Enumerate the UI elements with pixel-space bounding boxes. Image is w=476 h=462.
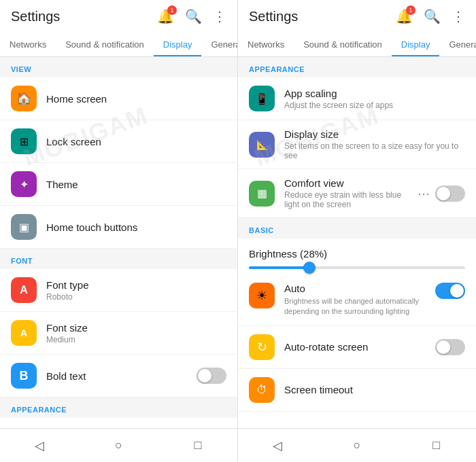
right-bottom-nav: ◁ ○ □: [238, 428, 476, 462]
search-icon[interactable]: 🔍: [185, 8, 202, 24]
screen-timeout-title: Screen timeout: [284, 384, 465, 395]
left-panel: MOBIGAM Settings 🔔 1 🔍 ⋮ Networks Sound …: [0, 0, 238, 462]
list-item-app-scaling[interactable]: 📱 App scaling Adjust the screen size of …: [238, 77, 476, 120]
brightness-slider-fill: [249, 266, 309, 269]
auto-rotate-title: Auto-rotate screen: [284, 341, 435, 353]
brightness-label: Brightness (28%): [249, 248, 465, 260]
list-item-bold-text[interactable]: B Bold text: [0, 355, 237, 397]
left-content: VIEW 🏠 Home screen ⊞ Lock screen ✦ Theme…: [0, 57, 237, 428]
list-item-screen-timeout[interactable]: ⏱ Screen timeout: [238, 369, 476, 412]
right-bell-badge: 1: [406, 5, 415, 15]
bell-badge: 1: [167, 5, 177, 15]
display-size-subtitle: Set items on the screen to a size easy f…: [284, 141, 465, 160]
comfort-view-toggle[interactable]: [435, 185, 465, 202]
app-scaling-subtitle: Adjust the screen size of apps: [284, 101, 465, 110]
theme-icon: ✦: [11, 171, 37, 197]
left-header: Settings 🔔 1 🔍 ⋮: [0, 0, 237, 33]
right-nav-tabs: Networks Sound & notification Display Ge…: [238, 33, 476, 57]
list-item-auto-rotate[interactable]: ↻ Auto-rotate screen: [238, 326, 476, 369]
section-basic: BASIC: [238, 218, 476, 238]
tab-networks[interactable]: Networks: [0, 33, 56, 56]
section-appearance-right: APPEARANCE: [238, 57, 476, 77]
list-item-font-size[interactable]: A Font size Medium: [0, 312, 237, 355]
right-recent-button[interactable]: □: [423, 432, 450, 459]
right-tab-general[interactable]: General: [439, 33, 476, 56]
font-size-icon: A: [11, 320, 37, 346]
font-size-title: Font size: [46, 322, 226, 334]
right-header: Settings 🔔 1 🔍 ⋮: [238, 0, 476, 33]
lock-screen-icon: ⊞: [11, 128, 37, 154]
list-item-display-size[interactable]: 📐 Display size Set items on the screen t…: [238, 120, 476, 169]
list-item-lock-screen[interactable]: ⊞ Lock screen: [0, 120, 237, 163]
lock-screen-title: Lock screen: [46, 136, 226, 147]
right-panel: MOBIGAM Settings 🔔 1 🔍 ⋮ Networks Sound …: [238, 0, 476, 462]
right-home-button[interactable]: ○: [343, 432, 371, 459]
font-size-subtitle: Medium: [46, 335, 226, 344]
recent-button[interactable]: □: [184, 432, 211, 459]
list-item-auto-brightness[interactable]: ☀ Auto Brightness will be changed automa…: [238, 274, 476, 326]
app-scaling-title: App scaling: [284, 88, 465, 99]
home-screen-icon: 🏠: [11, 86, 37, 111]
home-screen-title: Home screen: [46, 93, 226, 105]
list-item-home-screen[interactable]: 🏠 Home screen: [0, 77, 237, 120]
section-view: VIEW: [0, 57, 237, 77]
bold-text-title: Bold text: [46, 370, 197, 382]
display-size-title: Display size: [284, 128, 465, 140]
left-nav-tabs: Networks Sound & notification Display Ge…: [0, 33, 237, 57]
screen-timeout-icon: ⏱: [249, 377, 275, 403]
bell-icon[interactable]: 🔔 1: [157, 8, 174, 24]
right-content: APPEARANCE 📱 App scaling Adjust the scre…: [238, 57, 476, 428]
back-button[interactable]: ◁: [26, 432, 53, 459]
section-font: FONT: [0, 249, 237, 269]
list-item-font-type[interactable]: A Font type Roboto: [0, 269, 237, 312]
font-type-subtitle: Roboto: [46, 292, 226, 302]
auto-brightness-subtitle: Brightness will be changed automatically…: [284, 296, 435, 317]
app-scaling-icon: 📱: [249, 86, 275, 111]
comfort-view-more[interactable]: ⋯: [418, 186, 430, 201]
auto-brightness-title: Auto: [284, 283, 435, 294]
left-header-icons: 🔔 1 🔍 ⋮: [157, 8, 226, 24]
bold-text-toggle[interactable]: [197, 368, 226, 384]
tab-sound[interactable]: Sound & notification: [56, 33, 154, 56]
font-type-title: Font type: [46, 279, 226, 291]
right-search-icon[interactable]: 🔍: [424, 8, 441, 24]
brightness-slider-thumb[interactable]: [303, 262, 316, 274]
list-item-comfort-view[interactable]: ▦ Comfort view Reduce eye strain with le…: [238, 169, 476, 218]
right-tab-display[interactable]: Display: [392, 33, 440, 56]
auto-brightness-toggle[interactable]: [435, 283, 465, 299]
left-title: Settings: [11, 9, 157, 24]
comfort-view-title: Comfort view: [284, 177, 418, 189]
tab-general[interactable]: General: [201, 33, 237, 56]
more-icon[interactable]: ⋮: [213, 8, 226, 24]
tab-display[interactable]: Display: [154, 33, 202, 56]
comfort-view-icon: ▦: [249, 181, 275, 207]
display-size-icon: 📐: [249, 132, 275, 158]
home-button[interactable]: ○: [105, 432, 132, 459]
theme-title: Theme: [46, 179, 226, 190]
brightness-row: Brightness (28%): [238, 238, 476, 274]
list-item-theme[interactable]: ✦ Theme: [0, 163, 237, 206]
left-bottom-nav: ◁ ○ □: [0, 428, 237, 462]
section-appearance-left: APPEARANCE: [0, 397, 237, 418]
right-title: Settings: [249, 9, 396, 24]
touch-buttons-title: Home touch buttons: [46, 221, 226, 233]
brightness-slider-track[interactable]: [249, 266, 465, 269]
right-tab-sound[interactable]: Sound & notification: [294, 33, 392, 56]
right-back-button[interactable]: ◁: [264, 432, 291, 459]
comfort-view-subtitle: Reduce eye strain with less blue light o…: [284, 190, 418, 209]
right-header-icons: 🔔 1 🔍 ⋮: [396, 8, 465, 24]
right-bell-icon[interactable]: 🔔 1: [396, 8, 413, 24]
auto-rotate-toggle[interactable]: [435, 339, 465, 355]
right-tab-networks[interactable]: Networks: [238, 33, 294, 56]
bold-text-icon: B: [11, 363, 37, 389]
font-type-icon: A: [11, 277, 37, 303]
auto-brightness-icon: ☀: [249, 283, 275, 308]
right-more-icon[interactable]: ⋮: [452, 8, 465, 24]
touch-buttons-icon: ▣: [11, 214, 37, 240]
auto-rotate-icon: ↻: [249, 334, 275, 360]
list-item-touch-buttons[interactable]: ▣ Home touch buttons: [0, 206, 237, 249]
